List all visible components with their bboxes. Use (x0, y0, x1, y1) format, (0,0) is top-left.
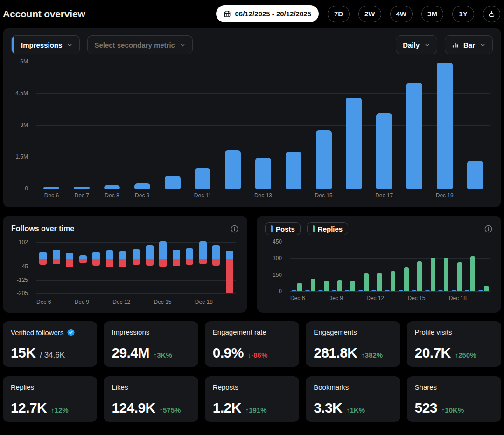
posts-bar[interactable] (292, 290, 296, 292)
unfollows-bar[interactable] (92, 259, 100, 266)
stat-card-value-row: 3.3K↑1K% (314, 400, 392, 416)
impressions-bar[interactable] (43, 187, 59, 189)
posts-bar[interactable] (318, 290, 323, 292)
unfollows-bar[interactable] (173, 259, 180, 266)
range-button-4w[interactable]: 4W (390, 6, 413, 22)
replies-bar[interactable] (311, 279, 315, 291)
unfollows-bar[interactable] (199, 259, 207, 264)
impressions-bar[interactable] (467, 161, 483, 189)
replies-bar[interactable] (324, 281, 329, 291)
replies-bar[interactable] (391, 271, 395, 291)
impressions-bar[interactable] (286, 152, 301, 189)
posts-bar[interactable] (305, 290, 310, 292)
impressions-bar[interactable] (437, 63, 453, 189)
posts-bar[interactable] (345, 290, 350, 292)
impressions-bar[interactable] (104, 185, 120, 189)
range-button-1y[interactable]: 1Y (452, 6, 474, 22)
follows-bar[interactable] (173, 250, 180, 259)
posts-bar[interactable] (385, 290, 390, 292)
y-axis-label: 300 (273, 255, 282, 261)
primary-metric-dropdown[interactable]: Impressions (11, 35, 80, 54)
posts-bar[interactable] (425, 290, 430, 292)
x-axis-label: Dec 7 (67, 192, 97, 199)
impressions-bar[interactable] (134, 183, 150, 189)
impressions-bar[interactable] (74, 187, 90, 189)
replies-bar[interactable] (350, 281, 355, 291)
stat-card-value: 0.9% (213, 345, 244, 361)
unfollows-bar[interactable] (133, 259, 140, 265)
download-button[interactable] (483, 6, 500, 22)
follows-bar[interactable] (146, 245, 154, 259)
follows-bar[interactable] (53, 250, 60, 259)
unfollows-bar[interactable] (66, 259, 73, 267)
follows-bar[interactable] (66, 253, 73, 259)
replies-bar[interactable] (337, 280, 342, 291)
replies-bar[interactable] (470, 256, 475, 291)
secondary-metric-dropdown[interactable]: Select secondary metric (87, 35, 193, 54)
follows-diverging-chart: 102-45-125-205Dec 6Dec 9Dec 12Dec 15Dec … (11, 240, 239, 310)
posts-bar[interactable] (438, 290, 443, 292)
follows-bar[interactable] (199, 241, 207, 260)
x-axis-label: Dec 9 (75, 299, 89, 305)
unfollows-bar[interactable] (226, 259, 233, 293)
follows-bar[interactable] (186, 248, 193, 259)
posts-bar[interactable] (399, 290, 403, 292)
follows-bar[interactable] (159, 241, 167, 260)
impressions-bar[interactable] (195, 168, 210, 189)
impressions-bar[interactable] (406, 83, 422, 189)
legend-replies-toggle[interactable]: Replies (307, 222, 348, 235)
posts-bar[interactable] (478, 290, 483, 292)
unfollows-bar[interactable] (119, 259, 126, 267)
impressions-bar[interactable] (255, 158, 271, 189)
follows-bar[interactable] (92, 252, 100, 259)
follows-bar[interactable] (106, 250, 113, 259)
impressions-bar[interactable] (346, 98, 362, 189)
replies-bar[interactable] (404, 267, 409, 291)
range-button-2w[interactable]: 2W (358, 6, 381, 22)
posts-bar[interactable] (452, 290, 456, 292)
posts-bar[interactable] (465, 290, 469, 292)
impressions-bar[interactable] (225, 150, 241, 189)
unfollows-bar[interactable] (106, 259, 113, 267)
date-range-button[interactable]: 06/12/2025 - 20/12/2025 (216, 5, 319, 22)
follows-bar[interactable] (226, 251, 233, 260)
range-button-7d[interactable]: 7D (328, 6, 350, 22)
follows-bar[interactable] (119, 251, 126, 260)
posts-bar[interactable] (358, 290, 363, 292)
info-icon[interactable] (484, 225, 493, 233)
x-axis-labels: Dec 6Dec 9Dec 12Dec 15Dec 18 (290, 295, 490, 302)
replies-bar[interactable] (431, 258, 435, 291)
interval-dropdown[interactable]: Daily (396, 35, 437, 54)
stat-card-label: Bookmarks (314, 383, 349, 391)
replies-bar[interactable] (377, 273, 382, 291)
impressions-bar[interactable] (316, 130, 332, 189)
legend-posts-toggle[interactable]: Posts (265, 222, 301, 235)
unfollows-bar[interactable] (79, 259, 87, 263)
info-icon[interactable] (230, 225, 239, 233)
x-axis-label (355, 295, 366, 302)
posts-bar[interactable] (371, 290, 376, 292)
unfollows-bar[interactable] (159, 259, 167, 267)
range-button-3m[interactable]: 3M (421, 6, 443, 22)
impressions-bar[interactable] (165, 176, 181, 189)
unfollows-bar[interactable] (212, 259, 220, 266)
unfollows-bar[interactable] (53, 259, 60, 264)
follows-bar[interactable] (39, 252, 47, 259)
follows-bar[interactable] (133, 249, 140, 259)
replies-bar[interactable] (364, 273, 369, 291)
impressions-bar[interactable] (376, 113, 392, 189)
follows-bar[interactable] (79, 255, 87, 259)
replies-bar[interactable] (484, 286, 489, 291)
unfollows-bar[interactable] (186, 259, 193, 265)
chart-type-dropdown[interactable]: Bar (445, 35, 493, 54)
posts-bar[interactable] (332, 290, 336, 292)
replies-bar[interactable] (297, 283, 302, 291)
unfollows-bar[interactable] (146, 259, 154, 266)
posts-bar[interactable] (412, 290, 416, 292)
follows-bar[interactable] (212, 245, 220, 259)
replies-bar[interactable] (417, 261, 422, 291)
replies-bar[interactable] (444, 258, 448, 291)
unfollows-bar[interactable] (39, 259, 47, 265)
replies-bar[interactable] (457, 262, 462, 291)
bar-slot (410, 242, 424, 291)
